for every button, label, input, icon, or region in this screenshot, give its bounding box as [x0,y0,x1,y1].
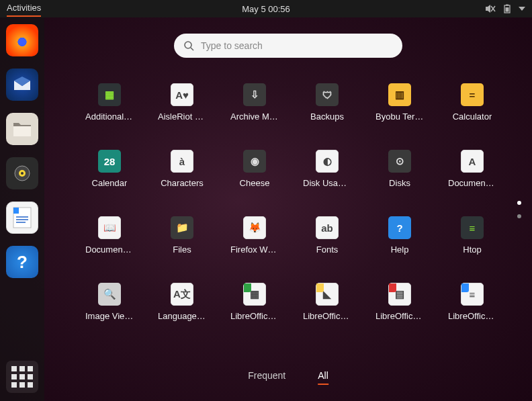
chevron-down-icon [519,7,525,11]
app-characters[interactable]: àCharacters [152,150,212,188]
additional-drivers-icon: ▦ [98,83,121,106]
activities-overview: ▦Additional DriversA♥AisleRiot Solitaire… [44,17,532,401]
page-indicator[interactable] [517,201,521,218]
page-dot-1[interactable] [517,201,521,205]
app-doc-viewer[interactable]: 📖Document Viewer [80,216,139,255]
top-bar: Activities May 5 00:56 [0,0,532,17]
app-label: Document Scanner [448,178,496,188]
app-help[interactable]: ?Help [370,216,429,255]
app-libre-writer[interactable]: ≡LibreOffice Writer [443,283,502,321]
clock[interactable]: May 5 00:56 [242,4,290,14]
image-viewer-icon: 🔍 [98,283,121,306]
volume-muted-icon [485,4,496,13]
svg-rect-3 [506,5,508,6]
svg-rect-5 [13,126,31,136]
app-label: AisleRiot Solitaire [158,112,206,122]
view-tabs: Frequent All [248,370,328,385]
dock-files[interactable] [6,113,38,145]
app-label: Disk Usage Analyzer [303,178,351,188]
app-label: Calculator [453,112,492,122]
disks-icon: ⊙ [388,150,411,173]
app-files[interactable]: 📁Files [152,216,212,255]
app-fonts[interactable]: abFonts [298,216,357,255]
app-label: Byobu Terminal [375,112,424,122]
libre-draw-icon: ◣ [316,283,339,306]
app-label: Help [391,244,409,255]
app-label: LibreOffice Calc [230,311,279,321]
files-icon [12,120,32,138]
svg-line-15 [191,48,193,50]
dock-rhythmbox[interactable] [6,157,38,189]
dock-firefox[interactable] [6,24,38,56]
app-label: LibreOffice Draw [303,311,351,321]
dock-thunderbird[interactable] [6,69,38,101]
app-label: Document Viewer [85,244,134,255]
app-label: Firefox Web Browser [230,244,279,255]
cheese-icon: ◉ [243,150,266,173]
htop-icon: ≡ [461,216,484,239]
svg-point-14 [185,42,191,48]
svg-rect-4 [506,7,509,12]
calendar-icon: 28 [98,150,121,173]
disk-usage-icon: ◐ [316,150,339,173]
backups-icon: 🛡 [316,83,339,106]
app-additional-drivers[interactable]: ▦Additional Drivers [80,83,139,122]
app-aisleriot[interactable]: A♥AisleRiot Solitaire [152,83,212,122]
show-applications-button[interactable] [6,361,38,393]
tab-frequent[interactable]: Frequent [248,370,285,385]
app-label: LibreOffice Impress [375,311,424,321]
characters-icon: à [171,150,193,173]
status-area[interactable] [485,4,525,13]
app-archive-manager[interactable]: ⇩Archive Manager [225,83,284,122]
archive-manager-icon: ⇩ [243,83,266,106]
applications-grid: ▦Additional DriversA♥AisleRiot Solitaire… [80,83,496,321]
app-doc-scanner[interactable]: ADocument Scanner [443,150,502,188]
app-language-support[interactable]: A文Language Support [152,283,212,321]
app-label: Image Viewer [85,311,134,321]
activities-button[interactable]: Activities [7,3,41,15]
libre-writer-icon: ≡ [461,283,484,306]
app-calendar[interactable]: 28Calendar [80,150,139,188]
byobu-icon: ▥ [388,83,411,106]
dock-writer[interactable] [6,202,38,234]
app-label: Calendar [92,178,128,188]
app-backups[interactable]: 🛡Backups [298,83,357,122]
page-dot-2[interactable] [517,214,521,218]
app-htop[interactable]: ≡Htop [443,216,502,255]
app-disk-usage[interactable]: ◐Disk Usage Analyzer [298,150,357,188]
search-icon [183,40,194,51]
search-bar[interactable] [174,34,402,58]
app-libre-draw[interactable]: ◣LibreOffice Draw [298,283,357,321]
speaker-icon [13,164,32,183]
app-calculator[interactable]: =Calculator [443,83,502,122]
doc-scanner-icon: A [461,150,484,173]
app-firefox[interactable]: 🦊Firefox Web Browser [225,216,284,255]
app-label: Characters [161,178,204,188]
app-cheese[interactable]: ◉Cheese [225,150,284,188]
app-label: Archive Manager [230,112,279,122]
app-disks[interactable]: ⊙Disks [370,150,429,188]
app-label: Backups [310,112,344,122]
language-support-icon: A文 [171,283,193,306]
app-libre-impress[interactable]: ▤LibreOffice Impress [370,283,429,321]
doc-viewer-icon: 📖 [98,216,121,239]
app-label: LibreOffice Writer [448,311,496,321]
fonts-icon: ab [316,216,339,239]
app-label: Htop [463,244,481,255]
calculator-icon: = [461,83,484,106]
app-byobu[interactable]: ▥Byobu Terminal [370,83,429,122]
dock-help[interactable]: ? [6,246,38,278]
writer-icon [12,206,32,229]
libre-impress-icon: ▤ [388,283,411,306]
search-input[interactable] [201,40,393,51]
app-label: Additional Drivers [85,112,134,122]
svg-rect-10 [13,208,19,214]
libre-calc-icon: ▦ [243,283,266,306]
firefox-icon: 🦊 [243,216,266,239]
app-image-viewer[interactable]: 🔍Image Viewer [80,283,139,321]
thunderbird-icon [11,74,33,95]
help-icon: ? [388,216,411,239]
tab-all[interactable]: All [318,370,328,385]
app-label: Cheese [240,178,270,188]
app-libre-calc[interactable]: ▦LibreOffice Calc [225,283,284,321]
